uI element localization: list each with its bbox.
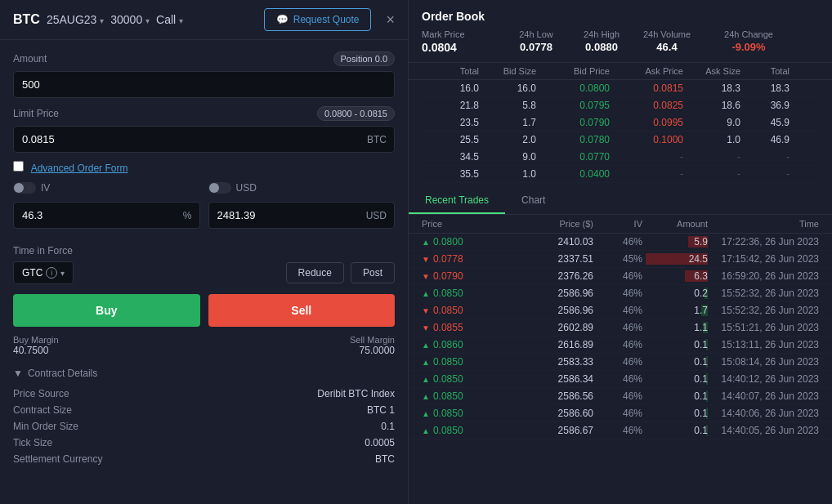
- price-selector[interactable]: 30000 ▾: [110, 13, 150, 26]
- trade-row: ▲0.08502586.9646%0.215:52:32, 26 Jun 202…: [409, 285, 832, 302]
- mark-price-labels: Mark Price 24h Low 24h High 24h Volume 2…: [422, 29, 819, 39]
- 24h-high-label: 24h High: [569, 29, 634, 39]
- iv-toggle-row: IV: [13, 182, 200, 194]
- tif-info-icon[interactable]: i: [46, 267, 57, 279]
- 24h-volume-label: 24h Volume: [634, 29, 700, 39]
- 24h-high-value: 0.0880: [569, 41, 634, 54]
- chevron-down-icon: ▼: [13, 368, 23, 379]
- ob-row: 23.51.70.07900.09959.045.9: [422, 114, 819, 132]
- tif-label: Time in Force: [13, 245, 395, 256]
- trades-body: ▲0.08002410.0346%5.917:22:36, 26 Jun 202…: [409, 234, 832, 504]
- buy-margin-section: Buy Margin 40.7500: [13, 335, 59, 356]
- symbol-label: BTC: [13, 12, 40, 27]
- advanced-order-link[interactable]: Advanced Order Form: [31, 163, 128, 174]
- limit-price-input-wrapper: BTC: [13, 126, 395, 153]
- trade-row: ▲0.08502586.5646%0.114:40:07, 26 Jun 202…: [409, 388, 832, 405]
- advanced-order-checkbox[interactable]: [13, 161, 24, 172]
- limit-price-badge: 0.0800 - 0.0815: [317, 106, 395, 121]
- request-quote-button[interactable]: 💬 Request Quote: [264, 8, 372, 31]
- trades-col-price: Price: [422, 219, 503, 229]
- 24h-volume-value: 46.4: [634, 41, 700, 54]
- col-bid-price: Bid Price: [536, 66, 610, 76]
- position-badge: Position 0.0: [333, 51, 395, 66]
- usd-toggle[interactable]: [208, 182, 231, 194]
- usd-label: USD: [236, 182, 257, 194]
- amount-input[interactable]: [13, 71, 395, 98]
- ob-row: 25.52.00.07800.10001.046.9: [422, 132, 819, 149]
- trade-row: ▲0.08502586.6046%0.114:40:06, 26 Jun 202…: [409, 405, 832, 422]
- mark-price-values: 0.0804 0.0778 0.0880 46.4 -9.09%: [422, 41, 819, 54]
- type-selector[interactable]: Call ▾: [156, 13, 183, 26]
- iv-label: IV: [41, 182, 50, 194]
- sell-margin-value: 75.0000: [350, 345, 395, 356]
- trade-row: ▲0.08502586.3446%0.114:40:12, 26 Jun 202…: [409, 371, 832, 388]
- date-selector[interactable]: 25AUG23 ▾: [47, 13, 104, 26]
- limit-price-input[interactable]: [13, 126, 395, 153]
- order-book-title: Order Book: [409, 0, 832, 29]
- tif-section: Time in Force GTC i ▾ Reduce Post: [13, 245, 395, 284]
- iv-usd-inputs: % USD: [13, 202, 395, 237]
- sell-margin-section: Sell Margin 75.0000: [350, 335, 395, 356]
- date-dropdown-arrow: ▾: [100, 16, 104, 25]
- limit-price-currency: BTC: [367, 134, 387, 145]
- contract-table: Price Source Deribit BTC Index Contract …: [13, 386, 395, 467]
- left-panel: BTC 25AUG23 ▾ 30000 ▾ Call ▾ 💬 Request Q…: [0, 0, 409, 504]
- amount-input-wrapper: [13, 71, 395, 98]
- main-container: BTC 25AUG23 ▾ 30000 ▾ Call ▾ 💬 Request Q…: [0, 0, 832, 504]
- tif-dropdown-arrow: ▾: [60, 269, 65, 278]
- col-ask-price: Ask Price: [610, 66, 683, 76]
- tif-select[interactable]: GTC i ▾: [13, 261, 74, 284]
- right-panel: Order Book Mark Price 24h Low 24h High 2…: [409, 0, 832, 504]
- tab-recent-trades[interactable]: Recent Trades: [409, 188, 505, 214]
- tick-size-row: Tick Size 0.0005: [13, 435, 395, 451]
- advanced-order-row: Advanced Order Form: [13, 161, 395, 174]
- 24h-change-label: 24h Change: [700, 29, 798, 39]
- trade-row: ▲0.08002410.0346%5.917:22:36, 26 Jun 202…: [409, 234, 832, 251]
- trade-row: ▲0.08602616.8946%0.115:13:11, 26 Jun 202…: [409, 337, 832, 354]
- contract-details-toggle[interactable]: ▼ Contract Details: [13, 368, 395, 379]
- trades-col-time: Time: [708, 219, 819, 229]
- iv-usd-row: IV USD: [13, 182, 395, 194]
- margin-row: Buy Margin 40.7500 Sell Margin 75.0000: [13, 335, 395, 356]
- 24h-low-value: 0.0778: [503, 41, 569, 54]
- amount-header-row: Amount Position 0.0: [13, 51, 395, 66]
- ob-row: 16.016.00.08000.081518.318.3: [422, 80, 819, 97]
- col-ask-size: Ask Size: [683, 66, 740, 76]
- iv-input[interactable]: [13, 202, 200, 229]
- tif-row: GTC i ▾ Reduce Post: [13, 261, 395, 284]
- trade-row: ▲0.08502586.6746%0.114:40:05, 26 Jun 202…: [409, 422, 832, 439]
- ob-row: 35.51.00.0400---: [422, 166, 819, 183]
- trades-col-iv: IV: [593, 219, 642, 229]
- sell-button[interactable]: Sell: [208, 294, 396, 327]
- amount-label: Amount: [13, 53, 47, 65]
- trades-col-amount: Amount: [642, 219, 708, 229]
- col-total2: Total: [740, 66, 790, 76]
- ob-rows: 16.016.00.08000.081518.318.321.85.80.079…: [409, 80, 832, 183]
- reduce-button[interactable]: Reduce: [286, 262, 344, 283]
- close-button[interactable]: ×: [386, 11, 395, 29]
- post-button[interactable]: Post: [351, 262, 395, 283]
- tif-buttons: Reduce Post: [286, 262, 395, 283]
- min-order-row: Min Order Size 0.1: [13, 418, 395, 435]
- ob-meta-section: Mark Price 24h Low 24h High 24h Volume 2…: [409, 29, 832, 62]
- limit-price-label: Limit Price: [13, 108, 59, 119]
- ob-row: 34.59.00.0770---: [422, 149, 819, 166]
- trades-col-price-usd: Price ($): [503, 219, 593, 229]
- tab-chart[interactable]: Chart: [505, 188, 561, 214]
- buy-sell-row: Buy Sell: [13, 294, 395, 327]
- buy-margin-value: 40.7500: [13, 345, 59, 356]
- 24h-change-value: -9.09%: [700, 41, 798, 54]
- tabs-row: Recent Trades Chart: [409, 188, 832, 215]
- ob-row: 21.85.80.07950.082518.636.9: [422, 97, 819, 114]
- chat-icon: 💬: [276, 14, 289, 25]
- mark-price-value: 0.0804: [422, 41, 503, 54]
- trade-row: ▲0.08502583.3346%0.115:08:14, 26 Jun 202…: [409, 354, 832, 371]
- trade-row: ▼0.08502586.9646%1.715:52:32, 26 Jun 202…: [409, 302, 832, 319]
- 24h-low-label: 24h Low: [503, 29, 569, 39]
- iv-toggle[interactable]: [13, 182, 36, 194]
- trades-header: Price Price ($) IV Amount Time: [409, 215, 832, 234]
- col-bid-size: Bid Size: [479, 66, 536, 76]
- buy-button[interactable]: Buy: [13, 294, 200, 327]
- top-bar: BTC 25AUG23 ▾ 30000 ▾ Call ▾ 💬 Request Q…: [0, 0, 408, 40]
- trade-row: ▼0.07782337.5145%24.517:15:42, 26 Jun 20…: [409, 251, 832, 268]
